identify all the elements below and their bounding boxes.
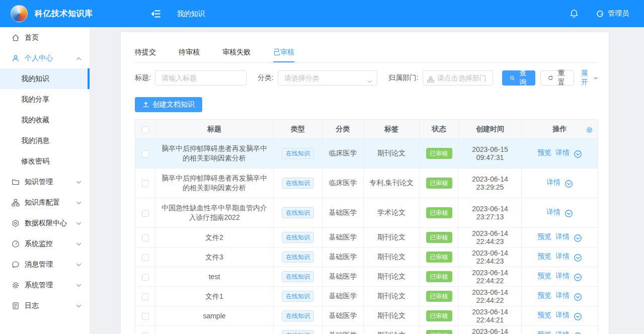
row-checkbox[interactable] — [142, 254, 149, 261]
detail-link[interactable]: 详情 — [555, 272, 570, 280]
cell-title: 文件3 — [155, 247, 274, 267]
sidebar-item-system-monitor[interactable]: 系统监控 — [0, 233, 90, 254]
cell-tags: 期刊论文 — [364, 228, 420, 247]
preview-link[interactable]: 预览 — [537, 148, 551, 156]
sidebar-item-logs[interactable]: 日志 — [0, 295, 90, 316]
sidebar-item-system-management[interactable]: 系统管理 — [0, 275, 90, 295]
more-actions-icon[interactable] — [574, 254, 582, 262]
filter-bar: 标题: 分类: 归属部门: 查询 — [135, 69, 598, 87]
sidebar-item-data-permission-center[interactable]: 数据权限中心 — [0, 213, 90, 233]
col-tags: 标签 — [364, 120, 420, 139]
more-actions-icon[interactable] — [574, 273, 582, 281]
sidebar-fold-icon[interactable] — [151, 10, 161, 18]
table-row[interactable]: 文件3 在线知识 基础医学 期刊论文 已审核 2023-06-14 22:44:… — [135, 247, 598, 267]
tab-pending-review[interactable]: 待审核 — [179, 42, 200, 62]
detail-link[interactable]: 详情 — [546, 208, 560, 216]
detail-link[interactable]: 详情 — [555, 232, 570, 240]
detail-link[interactable]: 详情 — [546, 178, 560, 186]
cell-category: 基础医学 — [323, 326, 364, 334]
sidebar-subitem-my-favorites[interactable]: 我的收藏 — [0, 110, 90, 130]
preview-link[interactable]: 预览 — [537, 330, 551, 334]
detail-link[interactable]: 详情 — [555, 252, 570, 260]
topnav-my-knowledge[interactable]: 我的知识 — [177, 0, 205, 27]
row-checkbox[interactable] — [142, 150, 149, 157]
sidebar-item-home[interactable]: 首页 — [0, 27, 90, 48]
row-checkbox[interactable] — [142, 313, 149, 320]
tab-pending-submit[interactable]: 待提交 — [135, 42, 156, 62]
sidebar-item-label: 日志 — [25, 301, 39, 310]
table-row[interactable]: 脑卒中后抑郁障碍患者再发脑卒中的相关影响因素分析 在线知识 临床医学 期刊论文 … — [135, 139, 598, 169]
search-button[interactable]: 查询 — [502, 70, 536, 86]
reset-button[interactable]: 重置 — [540, 70, 574, 86]
sidebar-item-message-management[interactable]: 消息管理 — [0, 254, 90, 275]
select-all-header — [135, 120, 155, 139]
chevron-down-icon — [76, 261, 82, 269]
more-actions-icon[interactable] — [574, 332, 582, 334]
expand-filters-link[interactable]: 展开 — [581, 69, 598, 87]
more-actions-icon[interactable] — [565, 180, 573, 188]
preview-link[interactable]: 预览 — [537, 272, 551, 280]
table-row[interactable]: 中国急性缺血性卒中早期血管内介入诊疗指南2022 在线知识 基础医学 学术论文 … — [135, 198, 598, 228]
sidebar-subitem-my-shares[interactable]: 我的分享 — [0, 89, 90, 110]
sidebar-item-knowledge-management[interactable]: 知识管理 — [0, 172, 90, 192]
row-checkbox[interactable] — [142, 180, 149, 187]
cell-category: 临床医学 — [323, 139, 364, 169]
user-menu[interactable]: 管理员 — [596, 9, 629, 18]
sidebar-item-personal-center[interactable]: 个人中心 — [0, 48, 90, 68]
detail-link[interactable]: 详情 — [555, 148, 570, 156]
preview-link[interactable]: 预览 — [537, 252, 551, 260]
more-actions-icon[interactable] — [574, 312, 582, 320]
status-badge: 已审核 — [426, 330, 452, 334]
type-badge: 在线知识 — [282, 232, 314, 243]
preview-link[interactable]: 预览 — [537, 311, 551, 319]
sidebar-item-kb-config[interactable]: 知识库配置 — [0, 192, 90, 213]
hexnut-icon — [12, 219, 20, 227]
table-row[interactable]: sample 在线知识 基础医学 期刊论文 已审核 2023-06-14 22:… — [135, 306, 598, 326]
table-row[interactable]: 文件2 在线知识 基础医学 期刊论文 已审核 2023-06-14 22:44:… — [135, 228, 598, 247]
sidebar-item-label: 个人中心 — [25, 54, 53, 63]
chevron-down-icon — [76, 240, 82, 248]
type-badge: 在线知识 — [282, 178, 314, 189]
category-select[interactable] — [278, 70, 377, 86]
dept-picker[interactable] — [423, 70, 493, 86]
table-row[interactable]: 脑卒中后抑郁障碍患者再发脑卒中的相关影响因素分析 在线知识 临床医学 专利,集刊… — [135, 169, 598, 198]
cell-title — [155, 326, 274, 334]
detail-link[interactable]: 详情 — [555, 330, 570, 334]
status-badge: 已审核 — [426, 271, 452, 282]
row-checkbox[interactable] — [142, 234, 149, 241]
preview-link[interactable]: 预览 — [537, 232, 551, 240]
create-doc-knowledge-button[interactable]: 创建文档知识 — [135, 97, 202, 112]
preview-link[interactable]: 预览 — [537, 291, 551, 299]
sidebar-subitem-change-password[interactable]: 修改密码 — [0, 151, 90, 172]
sidebar-subitem-my-knowledge[interactable]: 我的知识 — [0, 68, 90, 89]
cell-tags: 学术论文 — [364, 198, 420, 228]
chevron-down-icon — [76, 178, 82, 186]
category-select-input[interactable] — [278, 70, 377, 86]
sidebar-item-label: 知识库配置 — [25, 198, 60, 207]
more-actions-icon[interactable] — [574, 150, 582, 158]
detail-link[interactable]: 详情 — [555, 311, 570, 319]
notification-bell-icon[interactable] — [570, 9, 579, 18]
table-row[interactable]: test 在线知识 基础医学 期刊论文 已审核 2023-06-14 22:44… — [135, 267, 598, 287]
row-checkbox[interactable] — [142, 274, 149, 281]
chevron-down-icon — [76, 199, 82, 207]
more-actions-icon[interactable] — [574, 293, 582, 301]
tab-review-failed[interactable]: 审核失败 — [222, 42, 251, 62]
column-settings-gear-icon[interactable] — [586, 125, 593, 134]
sidebar-subitem-my-messages[interactable]: 我的消息 — [0, 130, 90, 151]
table-row[interactable]: 在线知识 基础医学 期刊论文 已审核 2023-06-14 22:44:21 预… — [135, 326, 598, 334]
home-icon — [12, 34, 20, 42]
cell-tags: 期刊论文 — [364, 247, 420, 267]
cell-tags: 期刊论文 — [364, 287, 420, 306]
more-actions-icon[interactable] — [574, 234, 582, 242]
table-row[interactable]: 文件1 在线知识 基础医学 期刊论文 已审核 2023-06-14 22:44:… — [135, 287, 598, 306]
more-actions-icon[interactable] — [565, 209, 573, 217]
chevron-down-icon — [594, 76, 598, 80]
tab-reviewed[interactable]: 已审核 — [273, 42, 294, 62]
title-filter-input[interactable] — [155, 70, 247, 86]
status-badge: 已审核 — [426, 232, 452, 243]
detail-link[interactable]: 详情 — [555, 291, 570, 299]
row-checkbox[interactable] — [142, 210, 149, 217]
row-checkbox[interactable] — [142, 293, 149, 300]
select-all-checkbox[interactable] — [142, 126, 149, 133]
